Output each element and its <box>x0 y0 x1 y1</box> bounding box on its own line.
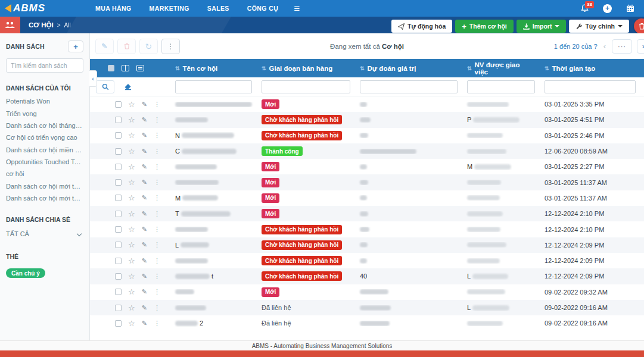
opportunity-name-cell[interactable] <box>170 289 257 295</box>
edit-icon[interactable]: ✎ <box>142 258 147 264</box>
row-checkbox[interactable] <box>115 101 122 108</box>
sidebar-list-item[interactable]: Danh sách cơ hội mới thá... <box>6 192 83 204</box>
row-checkbox[interactable] <box>115 273 122 280</box>
breadcrumb-view[interactable]: All <box>64 22 71 29</box>
filter-input-created[interactable] <box>545 80 636 93</box>
filter-input-stage[interactable] <box>262 80 350 93</box>
opportunities-module-icon[interactable] <box>0 17 20 33</box>
table-row[interactable]: ☆✎⋮Mới03-01-2025 11:37 AM <box>90 174 644 190</box>
sidebar-list-item[interactable]: Cơ hội có triển vọng cao <box>6 131 83 143</box>
row-menu-icon[interactable]: ⋮ <box>154 132 160 139</box>
star-icon[interactable]: ☆ <box>128 320 135 327</box>
table-row[interactable]: ☆✎⋮Mới09-02-2022 09:32 AM <box>90 284 644 300</box>
pagination-range[interactable]: 1 đến 20 của ? <box>554 43 598 50</box>
customize-button[interactable]: Tùy chỉnh <box>569 20 629 33</box>
edit-icon[interactable]: ✎ <box>142 273 147 280</box>
star-icon[interactable]: ☆ <box>128 194 135 202</box>
shared-lists-dropdown[interactable]: TẤT CẢ <box>6 227 83 241</box>
row-checkbox[interactable] <box>115 226 122 233</box>
table-row[interactable]: ☆✎⋮Đã liên hệL09-02-2022 09:16 AM <box>90 300 644 315</box>
table-row[interactable]: ☆✎⋮LChờ khách hàng phản hồi12-12-2024 2:… <box>90 237 644 253</box>
table-row[interactable]: ☆✎⋮CThành công12-06-2020 08:59 AM <box>90 143 644 159</box>
search-button[interactable] <box>96 80 114 93</box>
add-opportunity-button[interactable]: + Thêm cơ hội <box>455 20 513 33</box>
opportunity-name-cell[interactable]: T <box>170 210 257 217</box>
notifications-bell-icon[interactable]: 38 <box>581 4 589 12</box>
automation-button[interactable]: Tự động hóa <box>391 20 452 33</box>
row-checkbox[interactable] <box>115 148 122 155</box>
opportunity-name-cell[interactable]: M <box>170 195 257 202</box>
column-header-created[interactable]: ⇅Thời gian tạo <box>540 65 644 72</box>
row-menu-icon[interactable]: ⋮ <box>154 101 160 108</box>
edit-icon[interactable]: ✎ <box>142 242 147 248</box>
star-icon[interactable]: ☆ <box>128 226 135 233</box>
star-icon[interactable]: ☆ <box>128 131 135 139</box>
edit-icon[interactable]: ✎ <box>142 195 147 201</box>
filter-input-assignee[interactable] <box>467 80 535 93</box>
table-row[interactable]: ☆✎⋮tChờ khách hàng phản hồi40L12-12-2024… <box>90 268 644 284</box>
table-row[interactable]: ☆✎⋮2Đã liên hệ09-02-2022 09:16 AM <box>90 315 644 331</box>
recycle-bin-button[interactable] <box>634 18 644 34</box>
opportunity-name-cell[interactable] <box>170 258 257 264</box>
table-row[interactable]: ☆✎⋮Chờ khách hàng phản hồiP03-01-2025 4:… <box>90 112 644 127</box>
star-icon[interactable]: ☆ <box>128 116 135 124</box>
edit-icon[interactable]: ✎ <box>142 101 147 108</box>
page-jump-button[interactable]: ··· <box>612 39 632 54</box>
row-menu-icon[interactable]: ⋮ <box>154 273 160 280</box>
row-checkbox[interactable] <box>115 164 122 170</box>
row-menu-icon[interactable]: ⋮ <box>154 211 160 217</box>
edit-icon[interactable]: ✎ <box>142 211 147 217</box>
star-icon[interactable]: ☆ <box>128 101 135 108</box>
list-view-icon[interactable] <box>136 65 144 71</box>
table-row[interactable]: ☆✎⋮Mới03-01-2025 3:35 PM <box>90 96 644 112</box>
column-header-value[interactable]: ⇅Dự đoán giá trị <box>355 65 462 72</box>
row-menu-icon[interactable]: ⋮ <box>154 258 160 264</box>
row-menu-icon[interactable]: ⋮ <box>154 117 160 123</box>
menu-item-marketing[interactable]: MARKETING <box>150 5 189 12</box>
more-actions-button[interactable]: ⋮ <box>161 39 180 54</box>
hamburger-menu-icon[interactable]: ≡ <box>294 4 300 14</box>
star-icon[interactable]: ☆ <box>128 273 135 280</box>
sidebar-list-item[interactable]: Oppotunities Touched Today <box>6 156 83 168</box>
star-icon[interactable]: ☆ <box>128 257 135 265</box>
row-menu-icon[interactable]: ⋮ <box>154 148 160 155</box>
row-menu-icon[interactable]: ⋮ <box>154 242 160 248</box>
edit-icon[interactable]: ✎ <box>142 289 147 295</box>
edit-icon[interactable]: ✎ <box>142 132 147 139</box>
import-button[interactable]: Import <box>517 20 567 33</box>
calendar-icon[interactable] <box>626 4 634 12</box>
row-checkbox[interactable] <box>115 242 122 248</box>
row-checkbox[interactable] <box>115 195 122 201</box>
opportunity-name-cell[interactable] <box>170 102 257 107</box>
star-icon[interactable]: ☆ <box>128 210 135 218</box>
row-menu-icon[interactable]: ⋮ <box>154 179 160 186</box>
star-icon[interactable]: ☆ <box>128 148 135 155</box>
row-menu-icon[interactable]: ⋮ <box>154 226 160 233</box>
opportunity-name-cell[interactable] <box>170 180 257 185</box>
page-previous-icon[interactable]: ‹ <box>602 42 607 51</box>
opportunity-name-cell[interactable] <box>170 117 257 123</box>
sidebar-list-item[interactable]: Danh sách cơ hội miền Nam <box>6 144 83 156</box>
opportunity-name-cell[interactable]: N <box>170 132 257 139</box>
row-checkbox[interactable] <box>115 211 122 217</box>
row-checkbox[interactable] <box>115 258 122 264</box>
page-next-button[interactable]: › <box>637 39 644 54</box>
menu-item-sales[interactable]: SALES <box>207 5 229 12</box>
opportunity-name-cell[interactable]: t <box>170 273 257 280</box>
column-header-assignee[interactable]: ⇅NV được giao việc <box>462 61 540 76</box>
table-row[interactable]: ☆✎⋮Chờ khách hàng phản hồi12-12-2024 2:0… <box>90 253 644 268</box>
app-logo[interactable]: ABMS <box>5 2 88 14</box>
edit-icon[interactable]: ✎ <box>142 179 147 186</box>
star-icon[interactable]: ☆ <box>128 163 135 171</box>
breadcrumb-module[interactable]: CƠ HỘI <box>29 21 54 29</box>
table-row[interactable]: ☆✎⋮Chờ khách hàng phản hồi12-12-2024 2:1… <box>90 221 644 237</box>
list-search-input[interactable] <box>6 58 83 73</box>
mass-edit-button[interactable]: ✎ <box>95 39 114 54</box>
star-icon[interactable]: ☆ <box>128 288 135 296</box>
clear-search-button[interactable] <box>119 80 137 93</box>
menu-item-mua-hang[interactable]: MUA HÀNG <box>95 5 132 12</box>
quick-create-icon[interactable]: + <box>603 4 612 13</box>
opportunity-name-cell[interactable] <box>170 164 257 170</box>
sidebar-list-item[interactable]: Danh sách cơ hội tháng 9/... <box>6 120 83 131</box>
row-menu-icon[interactable]: ⋮ <box>154 164 160 170</box>
